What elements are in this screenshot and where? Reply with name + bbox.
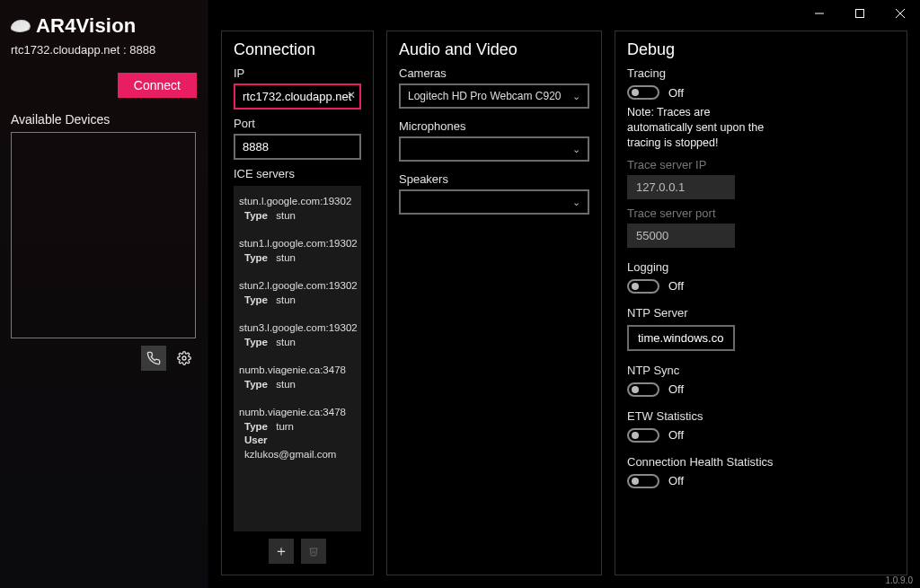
etw-state: Off (668, 428, 684, 442)
ice-servers-list[interactable]: stun.l.google.com:19302Type stunstun1.l.… (234, 186, 361, 531)
trace-port-label: Trace server port (627, 206, 895, 220)
svg-point-4 (182, 356, 186, 360)
speakers-label: Speakers (399, 172, 589, 186)
ntp-server-label: NTP Server (627, 306, 895, 320)
chs-toggle[interactable] (627, 474, 659, 488)
maximize-button[interactable] (839, 0, 880, 27)
available-devices-list[interactable] (11, 132, 196, 338)
audio-video-panel: Audio and Video Cameras Logitech HD Pro … (386, 31, 602, 575)
svg-rect-1 (855, 10, 863, 18)
tracing-toggle[interactable] (627, 85, 659, 100)
camera-select[interactable]: Logitech HD Pro Webcam C920 ⌄ (399, 83, 589, 109)
chs-label: Connection Health Statistics (627, 455, 895, 469)
sidebar: AR4Vision rtc1732.cloudapp.net : 8888 Co… (0, 0, 208, 588)
microphones-label: Microphones (399, 119, 589, 133)
chevron-down-icon: ⌄ (572, 91, 580, 102)
av-title: Audio and Video (399, 40, 589, 59)
ice-label: ICE servers (234, 167, 361, 180)
ntp-sync-toggle[interactable] (627, 382, 659, 397)
tracing-state: Off (668, 86, 684, 100)
connect-button[interactable]: Connect (118, 73, 197, 98)
port-input[interactable] (234, 134, 361, 160)
logging-toggle[interactable] (627, 279, 659, 294)
trace-ip-input[interactable] (627, 175, 735, 199)
port-label: Port (234, 117, 361, 130)
speaker-select[interactable]: ⌄ (399, 189, 589, 215)
connection-title: Connection (234, 40, 361, 59)
delete-ice-button[interactable] (301, 539, 326, 564)
version-label: 1.0.9.0 (885, 575, 913, 585)
logging-label: Logging (627, 260, 895, 274)
etw-label: ETW Statistics (627, 409, 895, 423)
camera-selected: Logitech HD Pro Webcam C920 (408, 90, 562, 102)
ice-server-item[interactable]: stun3.l.google.com:19302Type stun (239, 321, 356, 349)
trace-port-input[interactable] (627, 224, 735, 248)
debug-panel: Debug Tracing Off Note: Traces are autom… (615, 31, 907, 575)
connection-panel: Connection IP ✕ Port ICE servers stun.l.… (221, 31, 374, 575)
cameras-label: Cameras (399, 66, 589, 80)
close-button[interactable] (880, 0, 920, 27)
minimize-button[interactable] (799, 0, 839, 27)
chevron-down-icon: ⌄ (572, 197, 580, 208)
tracing-note: Note: Traces are automatically sent upon… (627, 105, 771, 151)
ice-server-item[interactable]: numb.viagenie.ca:3478Type turnUser kzluk… (239, 406, 356, 461)
chevron-down-icon: ⌄ (572, 144, 580, 155)
call-icon[interactable] (141, 346, 166, 371)
ntp-server-input[interactable] (627, 325, 735, 351)
microphone-select[interactable]: ⌄ (399, 136, 589, 162)
trace-ip-label: Trace server IP (627, 158, 895, 171)
debug-title: Debug (627, 40, 895, 59)
server-subline: rtc1732.cloudapp.net : 8888 (11, 43, 197, 57)
app-title: AR4Vision (36, 14, 136, 38)
settings-icon[interactable] (172, 346, 197, 371)
ice-server-item[interactable]: numb.viagenie.ca:3478Type stun (239, 364, 356, 391)
main-content: Connection IP ✕ Port ICE servers stun.l.… (208, 0, 920, 588)
app-logo-icon (10, 20, 31, 32)
ice-server-item[interactable]: stun2.l.google.com:19302Type stun (239, 279, 356, 307)
etw-toggle[interactable] (627, 428, 659, 443)
ip-input[interactable] (234, 83, 361, 110)
ntp-sync-state: Off (668, 382, 684, 396)
ice-server-item[interactable]: stun1.l.google.com:19302Type stun (239, 237, 356, 265)
ip-label: IP (234, 66, 361, 80)
ice-server-item[interactable]: stun.l.google.com:19302Type stun (239, 195, 356, 223)
ntp-sync-label: NTP Sync (627, 364, 895, 377)
tracing-label: Tracing (627, 66, 895, 80)
chs-state: Off (668, 474, 684, 487)
available-devices-label: Available Devices (11, 112, 197, 127)
logging-state: Off (668, 279, 684, 293)
clear-icon[interactable]: ✕ (347, 89, 356, 101)
window-controls (799, 0, 920, 27)
add-ice-button[interactable]: ＋ (269, 539, 294, 564)
